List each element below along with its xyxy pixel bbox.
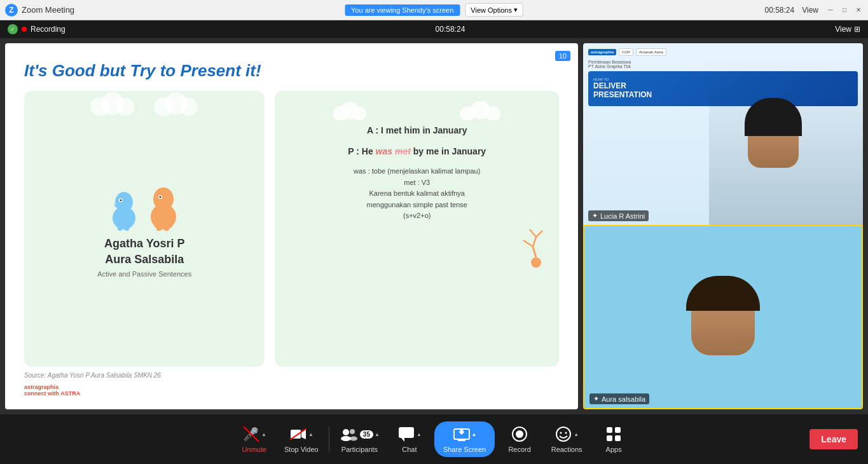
toolbar: 🎤 ▲ Unmute ▲ Stop Video — [0, 414, 868, 464]
participant-name-label-bottom: Aura salsabila — [602, 395, 645, 403]
stop-video-button[interactable]: ▲ Stop Video — [279, 421, 324, 457]
person-face-bottom — [691, 279, 755, 355]
apps-label: Apps — [606, 446, 622, 453]
svg-rect-52 — [615, 435, 621, 441]
share-screen-icon — [453, 425, 471, 443]
person-hair-top — [745, 98, 802, 136]
unmute-icon-group: 🎤 ▲ — [242, 425, 266, 443]
handstand-figure — [285, 224, 549, 269]
unmute-caret: ▲ — [261, 432, 266, 437]
video-bg-top: astragraphia COP Amanah Astra Pembinaan … — [583, 43, 863, 225]
viewing-badge: You are viewing Shendy's screen — [345, 4, 460, 16]
astragraphia-mini-logo: astragraphia — [588, 49, 616, 55]
slide-number-badge: 10 — [555, 51, 570, 61]
elapsed-timer: 00:58:24 — [436, 25, 465, 34]
svg-rect-14 — [154, 208, 173, 228]
svg-point-10 — [120, 199, 121, 201]
slide-body: Agatha Yosri PAura Salsabila Active and … — [24, 91, 559, 367]
recording-bar: ✓ Recording 00:58:24 View ⊞ — [0, 20, 868, 38]
participant-name-bottom: ✦ Aura salsabila — [589, 393, 649, 404]
svg-rect-11 — [118, 224, 122, 231]
card-sentence-a: A : I met him in January — [285, 124, 549, 137]
slide-source: Source: Agatha Yosri P Aura Salsabila SM… — [24, 372, 559, 379]
participant-name-label-top: Lucia R Astrini — [600, 212, 645, 220]
slide-footer: astragraphia connect with ASTRA — [24, 384, 559, 397]
share-screen-icon-group: ▲ — [453, 425, 477, 443]
card-subtitle: Active and Passive Sentences — [97, 270, 191, 278]
view-top-button[interactable]: View ⊞ — [835, 25, 860, 34]
stop-video-caret: ▲ — [308, 432, 313, 437]
toolbar-divider-1 — [329, 426, 329, 452]
view-label: View — [802, 6, 818, 15]
unmute-button[interactable]: 🎤 ▲ Unmute — [232, 421, 277, 457]
svg-point-17 — [159, 196, 161, 198]
svg-point-35 — [343, 429, 349, 435]
handstand-icon — [517, 224, 549, 269]
svg-point-45 — [516, 430, 523, 438]
svg-point-8 — [115, 192, 133, 212]
reactions-button[interactable]: ▲ Reactions — [544, 421, 589, 457]
svg-rect-39 — [399, 427, 414, 438]
svg-point-48 — [565, 432, 567, 434]
participants-icon-group: 35 ▲ — [340, 425, 380, 443]
svg-marker-40 — [401, 438, 404, 442]
dino-characters — [107, 180, 183, 231]
mic-icon: 🎤 — [242, 425, 260, 443]
chat-icon — [397, 425, 415, 443]
reactions-icon — [555, 425, 572, 443]
svg-point-36 — [341, 436, 351, 441]
recording-label: Recording — [31, 25, 65, 34]
title-bar-left: Z Zoom Meeting — [5, 4, 74, 17]
video-panel: astragraphia COP Amanah Astra Pembinaan … — [583, 43, 863, 409]
slide-title: It's Good but Try to Present it! — [24, 61, 559, 81]
window-controls: ─ □ ✕ — [826, 6, 863, 15]
cop-mini-logo: COP — [619, 48, 633, 56]
svg-line-29 — [533, 237, 536, 247]
svg-line-27 — [533, 247, 536, 257]
recording-dot — [22, 27, 27, 32]
stop-video-icon-group: ▲ — [289, 425, 313, 443]
person-overlay-top — [709, 43, 863, 225]
svg-line-30 — [530, 229, 536, 237]
apps-icon — [605, 425, 623, 443]
svg-point-47 — [560, 432, 562, 434]
title-bar-right: 00:58:24 View ─ □ ✕ — [764, 6, 863, 15]
main-content: 10 It's Good but Try to Present it! — [0, 38, 868, 414]
chevron-down-icon: ▾ — [514, 6, 518, 14]
share-screen-button[interactable]: ▲ Share Screen — [434, 421, 495, 457]
reactions-icon-group: ▲ — [555, 425, 579, 443]
view-options-button[interactable]: View Options ▾ — [465, 3, 523, 17]
chat-button[interactable]: ▲ Chat — [387, 421, 432, 457]
mic-slash-icon — [242, 425, 260, 443]
participants-label: Participants — [341, 446, 378, 453]
recording-indicator: ✓ Recording — [8, 24, 65, 34]
close-button[interactable]: ✕ — [854, 6, 863, 15]
cloud-decoration — [24, 91, 265, 116]
chat-icon-group: ▲ — [397, 425, 422, 443]
svg-rect-12 — [125, 224, 129, 231]
record-label: Record — [508, 446, 530, 453]
view-top-label: View — [835, 25, 851, 34]
astragraphia-logo: astragraphia connect with ASTRA — [24, 384, 80, 397]
slide-card-left: Agatha Yosri PAura Salsabila Active and … — [24, 91, 265, 367]
slide-area: 10 It's Good but Try to Present it! — [5, 43, 578, 409]
svg-point-15 — [153, 188, 174, 210]
participants-icon — [340, 425, 357, 443]
svg-line-28 — [523, 240, 533, 247]
share-screen-caret: ▲ — [472, 432, 477, 437]
svg-rect-19 — [164, 224, 169, 231]
apps-button[interactable]: Apps — [591, 421, 636, 457]
leave-button[interactable]: Leave — [809, 429, 858, 449]
svg-rect-50 — [615, 427, 621, 433]
blue-dino-icon — [107, 183, 142, 231]
participants-count-badge: 35 — [360, 430, 373, 439]
video-bg-bottom — [584, 226, 862, 408]
participants-button[interactable]: 35 ▲ Participants — [334, 421, 385, 457]
maximize-button[interactable]: □ — [840, 6, 849, 15]
record-button[interactable]: Record — [497, 421, 542, 457]
participant-video-bottom: ✦ Aura salsabila — [583, 225, 863, 409]
participant-video-top: astragraphia COP Amanah Astra Pembinaan … — [583, 43, 863, 225]
stop-video-label: Stop Video — [284, 446, 319, 453]
person-figure-top — [748, 104, 824, 225]
minimize-button[interactable]: ─ — [826, 6, 835, 15]
